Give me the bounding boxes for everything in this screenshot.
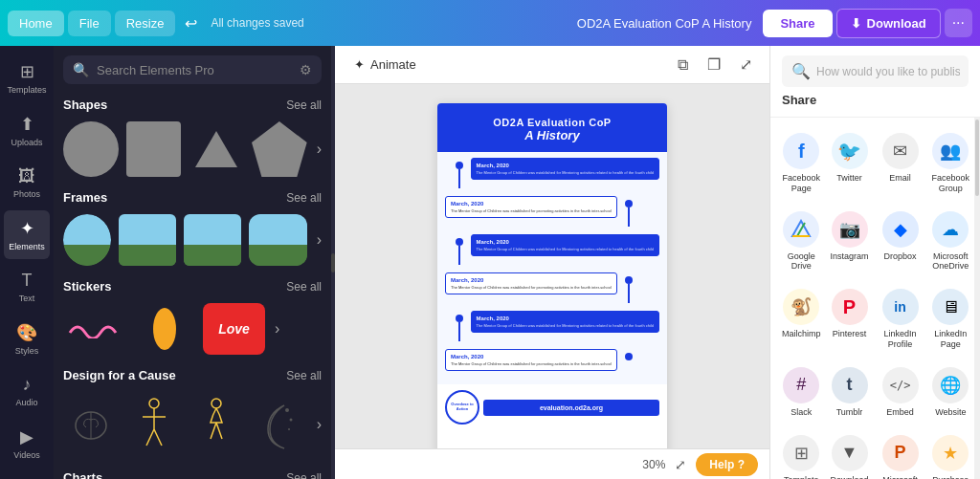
tl-center-2: [621, 196, 636, 227]
cause-figure1[interactable]: [126, 392, 182, 457]
share-google-drive[interactable]: Google Drive: [778, 204, 825, 280]
share-facebook-page[interactable]: f Facebook Page: [778, 125, 825, 202]
website-icon: 🌐: [932, 367, 969, 403]
cause-moon[interactable]: [252, 392, 307, 457]
sidebar-item-bkground[interactable]: ▦ Bkground: [4, 471, 50, 479]
share-panel: 🔍 Share f Facebook Page 🐦 Twitter ✉: [769, 46, 980, 479]
share-scrollbar-thumb[interactable]: [975, 120, 979, 196]
charts-see-all[interactable]: See all: [286, 471, 322, 480]
shape-pentagon[interactable]: [252, 121, 307, 177]
sidebar-item-uploads[interactable]: ⬆ Uploads: [4, 106, 50, 155]
cause-brain[interactable]: [63, 392, 119, 457]
stickers-see-all[interactable]: See all: [286, 280, 322, 294]
powerpoint-icon: P: [882, 435, 919, 471]
download-icon: ⬇: [851, 16, 861, 31]
purchase-premium-icon: ★: [932, 435, 969, 471]
cause-next-arrow[interactable]: ›: [317, 416, 322, 433]
pinterest-icon: P: [832, 289, 868, 325]
help-button[interactable]: Help ?: [696, 453, 758, 476]
download-button[interactable]: ⬇ Download: [836, 9, 941, 38]
resize-button[interactable]: Resize: [115, 11, 176, 36]
frames-see-all[interactable]: See all: [286, 191, 322, 205]
share-dropbox[interactable]: ◆ Dropbox: [875, 204, 926, 280]
shapes-section-header: Shapes See all: [63, 98, 322, 112]
share-search-input[interactable]: [816, 65, 960, 78]
search-input[interactable]: [97, 63, 292, 77]
tl-card-text-2: The Mentor Group of Children was establi…: [451, 208, 612, 213]
charts-title: Charts: [63, 470, 102, 479]
design-url: evaluation.od2a.org: [483, 400, 659, 416]
share-linkedin-page[interactable]: 🖥 LinkedIn Page: [928, 281, 974, 358]
share-template[interactable]: ⊞ Template: [778, 427, 825, 479]
sidebar-item-text[interactable]: T Text: [4, 263, 50, 311]
cause-figure2[interactable]: [189, 392, 244, 457]
sidebar-item-photos[interactable]: 🖼 Photos: [4, 159, 50, 207]
canvas-toolbar: ✦ Animate ⧉ ❐ ⤢: [335, 46, 769, 84]
shapes-next-arrow[interactable]: ›: [317, 141, 322, 158]
frame-landscape-3[interactable]: [249, 214, 306, 266]
sticker-love[interactable]: Love: [203, 303, 265, 355]
share-linkedin-profile[interactable]: in LinkedIn Profile: [875, 281, 926, 358]
share-mailchimp[interactable]: 🐒 Mailchimp: [778, 281, 825, 358]
share-pinterest[interactable]: P Pinterest: [827, 281, 873, 358]
pinterest-label: Pinterest: [833, 329, 867, 339]
duplicate-button[interactable]: ❐: [702, 52, 726, 77]
shape-square[interactable]: [126, 121, 182, 177]
filter-icon[interactable]: ⚙: [300, 62, 312, 77]
sidebar-item-elements[interactable]: ✦ Elements: [4, 210, 50, 259]
share-purchase-premium[interactable]: ★ Purchase Premium: [928, 427, 974, 479]
share-panel-title: Share: [782, 93, 969, 111]
share-website[interactable]: 🌐 Website: [928, 359, 974, 425]
svg-line-7: [154, 429, 162, 446]
sidebar-item-videos[interactable]: ▶ Videos: [4, 419, 50, 468]
share-powerpoint[interactable]: P Microsoft PowerPoint: [875, 427, 926, 479]
audio-icon: ♪: [23, 375, 32, 395]
share-download-video[interactable]: ▼ Download Video: [827, 427, 873, 479]
purchase-premium-label: Purchase Premium: [932, 475, 970, 479]
stickers-next-arrow[interactable]: ›: [275, 320, 279, 337]
audio-label: Audio: [15, 398, 37, 407]
share-twitter[interactable]: 🐦 Twitter: [827, 125, 873, 202]
sidebar-item-audio[interactable]: ♪ Audio: [4, 367, 50, 415]
frames-next-arrow[interactable]: ›: [317, 231, 322, 249]
share-slack[interactable]: # Slack: [778, 359, 825, 425]
twitter-label: Twitter: [836, 173, 862, 184]
sidebar-item-templates[interactable]: ⊞ Templates: [4, 54, 50, 102]
sticker-wave[interactable]: [63, 303, 125, 355]
share-button[interactable]: Share: [763, 10, 832, 37]
share-instagram[interactable]: 📷 Instagram: [827, 204, 873, 280]
share-tumblr[interactable]: t Tumblr: [827, 359, 873, 425]
more-options-button[interactable]: ···: [945, 9, 972, 37]
cause-see-all[interactable]: See all: [286, 369, 322, 382]
sidebar-item-styles[interactable]: 🎨 Styles: [4, 315, 50, 363]
share-facebook-group[interactable]: 👥 Facebook Group: [928, 125, 974, 202]
undo-button[interactable]: ↩: [179, 9, 203, 38]
google-drive-icon: [783, 211, 819, 248]
fullscreen-button[interactable]: ⤢: [734, 52, 758, 77]
tl-line-3: [458, 246, 460, 265]
share-email[interactable]: ✉ Email: [875, 125, 926, 202]
embed-label: Embed: [886, 407, 914, 418]
sticker-orange[interactable]: [133, 303, 195, 355]
shapes-see-all[interactable]: See all: [286, 98, 322, 112]
animate-button[interactable]: ✦ Animate: [346, 54, 424, 76]
cause-title: Design for a Cause: [63, 368, 176, 382]
shape-circle[interactable]: [63, 121, 119, 177]
frame-landscape-1[interactable]: [119, 214, 176, 266]
frame-oval[interactable]: [63, 214, 111, 266]
design-header: OD2A Evaluation CoP A History: [437, 103, 667, 152]
file-button[interactable]: File: [68, 11, 111, 36]
share-embed[interactable]: </> Embed: [875, 359, 926, 425]
svg-line-9: [211, 423, 216, 439]
shape-triangle-container[interactable]: [189, 121, 244, 177]
facebook-group-icon: 👥: [932, 133, 969, 169]
svg-point-8: [212, 399, 221, 408]
home-button[interactable]: Home: [8, 11, 64, 36]
copy-button[interactable]: ⧉: [672, 53, 694, 77]
share-onedrive[interactable]: ☁ Microsoft OneDrive: [928, 204, 974, 280]
icon-sidebar: ⊞ Templates ⬆ Uploads 🖼 Photos ✦ Element…: [0, 46, 54, 479]
frame-landscape-2[interactable]: [184, 214, 241, 266]
canvas-scroll[interactable]: OD2A Evaluation CoP A History: [335, 84, 769, 448]
download-video-icon: ▼: [832, 435, 868, 471]
zoom-expand-button[interactable]: ⤢: [673, 455, 688, 474]
